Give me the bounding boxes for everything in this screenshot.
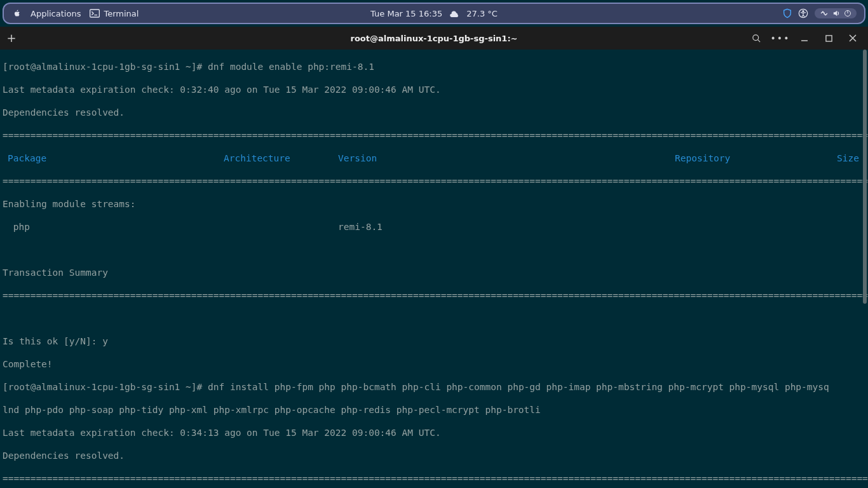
gnome-top-panel: Applications Terminal Tue Mar 15 16:35 2… [3, 3, 865, 24]
shell-prompt: [root@almalinux-1cpu-1gb-sg-sin1 ~]# [3, 62, 208, 72]
command-text: dnf install php-fpm php php-bcmath php-c… [208, 382, 829, 392]
rule-line: ========================================… [3, 290, 865, 301]
svg-point-2 [803, 11, 804, 12]
window-header: + root@almalinux-1cpu-1gb-sg-sin1:~ ••• [0, 27, 868, 50]
apple-icon[interactable] [13, 9, 22, 18]
system-tray[interactable] [815, 8, 857, 18]
applications-menu[interactable]: Applications [31, 9, 81, 18]
window-list-label: Terminal [104, 9, 139, 18]
scrollbar-thumb[interactable] [863, 50, 867, 304]
rule-line: ========================================… [3, 130, 865, 141]
output-line: Complete! [3, 358, 865, 370]
svg-point-4 [752, 34, 758, 40]
shell-prompt: [root@almalinux-1cpu-1gb-sg-sin1 ~]# [3, 382, 208, 392]
weather-icon [449, 9, 460, 18]
command-text: dnf module enable php:remi-8.1 [208, 62, 374, 72]
accessibility-icon[interactable] [798, 8, 808, 18]
weather-temp[interactable]: 27.3 °C [466, 9, 498, 18]
terminal-icon [90, 9, 100, 18]
svg-rect-5 [825, 35, 831, 41]
output-line: Enabling module streams: [3, 198, 865, 210]
search-icon[interactable] [751, 33, 761, 43]
module-stream-row: phpremi-8.1 [3, 221, 865, 233]
shield-icon[interactable] [783, 8, 792, 18]
clock[interactable]: Tue Mar 15 16:35 [370, 9, 442, 18]
new-tab-button[interactable]: + [0, 27, 23, 50]
close-button[interactable] [848, 33, 858, 43]
terminal-viewport[interactable]: [root@almalinux-1cpu-1gb-sg-sin1 ~]# dnf… [0, 50, 868, 488]
output-line: Last metadata expiration check: 0:32:40 … [3, 84, 865, 95]
maximize-button[interactable] [824, 33, 834, 43]
volume-icon [832, 10, 840, 17]
rule-line: ========================================… [3, 175, 865, 187]
menu-icon[interactable]: ••• [775, 33, 785, 43]
output-line: Transaction Summary [3, 267, 865, 278]
window-title: root@almalinux-1cpu-1gb-sg-sin1:~ [350, 34, 517, 43]
rule-line: ========================================… [3, 473, 865, 484]
output-line: Last metadata expiration check: 0:34:13 … [3, 427, 865, 438]
command-text: lnd php-pdo php-soap php-tidy php-xml ph… [3, 404, 865, 416]
output-line: Dependencies resolved. [3, 107, 865, 118]
svg-rect-0 [90, 10, 100, 17]
power-icon [844, 10, 851, 17]
minimize-button[interactable] [799, 33, 810, 43]
table-header: PackageArchitectureVersionRepositorySize [3, 152, 865, 164]
network-icon [820, 10, 829, 17]
output-line: Dependencies resolved. [3, 450, 865, 461]
output-line: Is this ok [y/N]: y [3, 336, 865, 347]
window-list-terminal[interactable]: Terminal [90, 9, 139, 18]
